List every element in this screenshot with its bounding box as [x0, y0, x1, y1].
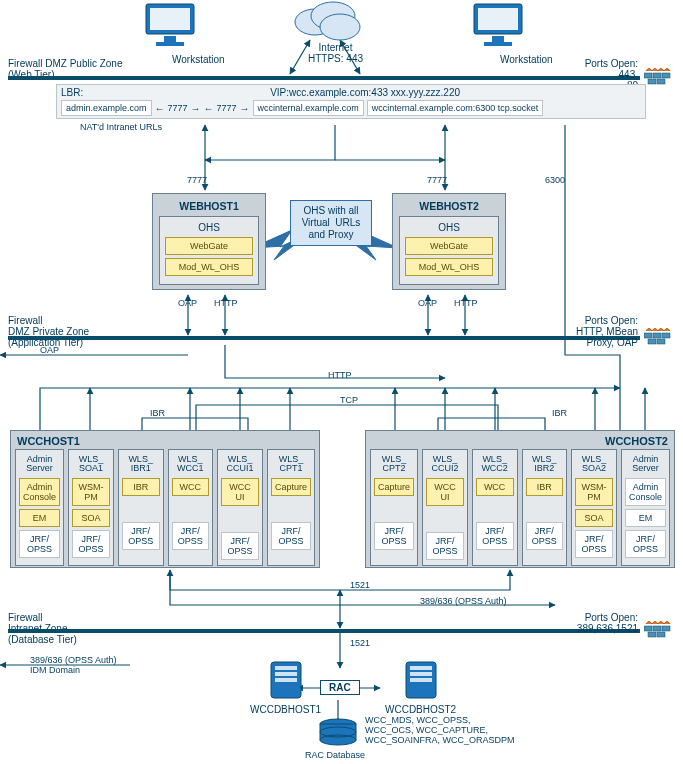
svg-rect-25 — [662, 626, 670, 631]
proto-http2: HTTP — [454, 298, 478, 308]
db-schemas: WCC_MDS, WCC_OPSS, WCC_OCS, WCC_CAPTURE,… — [365, 715, 515, 745]
col-title: Admin Server — [625, 453, 666, 475]
proto-oap2: OAP — [418, 298, 437, 308]
workstation-left-label: Workstation — [172, 54, 225, 65]
fw2-ibr-r: IBR — [552, 408, 567, 418]
svg-rect-13 — [644, 73, 652, 78]
col-title: WLS_ SOA2 — [575, 453, 613, 475]
component-chip: JRF/ OPSS — [122, 522, 160, 550]
component-chip: JRF/ OPSS — [374, 522, 414, 550]
dbhost1: WCCDBHOST1 — [250, 660, 321, 715]
fw3-right-label: Ports Open: 389,636,1521 — [568, 612, 638, 634]
svg-rect-21 — [648, 339, 656, 344]
managed-server-col: WLS_ CPT2CaptureJRF/ OPSS — [370, 449, 418, 566]
svg-rect-5 — [156, 42, 184, 46]
component-chip: JRF/ OPSS — [172, 522, 210, 550]
lbr-url-internal: wccinternal.example.com — [253, 100, 364, 116]
svg-rect-30 — [275, 672, 297, 676]
col-title: WLS_ SOA1 — [72, 453, 110, 475]
webhost2-webgate: WebGate — [405, 237, 493, 255]
svg-rect-31 — [275, 678, 297, 682]
idm-label: 389/636 (OPSS Auth) IDM Domain — [30, 655, 117, 675]
lbr-box: LBR: VIP:wcc.example.com:433 xxx.yyy.zzz… — [56, 84, 646, 119]
managed-server-col: WLS_ IBR1IBRJRF/ OPSS — [118, 449, 164, 566]
lbr-vip: VIP:wcc.example.com:433 xxx.yyy.zzz.220 — [89, 87, 641, 98]
managed-server-col: WLS_ CCUI2WCC UIJRF/ OPSS — [422, 449, 468, 566]
webhost2-title: WEBHOST2 — [399, 200, 499, 212]
wcchost1-title: WCCHOST1 — [17, 435, 80, 447]
col-title: WLS_ WCC1 — [172, 453, 210, 475]
port-1521-mid: 1521 — [350, 580, 370, 590]
col-title: Admin Server — [19, 453, 60, 475]
wcchost1: WCCHOST1 Admin ServerAdmin ConsoleEMJRF/… — [10, 430, 320, 568]
webhost1-ohs: OHS WebGate Mod_WL_OHS — [159, 216, 259, 285]
component-chip: IBR — [526, 478, 564, 496]
component-chip: JRF/ OPSS — [72, 530, 110, 558]
lbr-url-socket: wccinternal.example.com:6300 tcp.socket — [367, 100, 544, 116]
workstation-left-icon — [142, 2, 198, 50]
lbr-prefix: LBR: — [61, 87, 83, 98]
svg-point-12 — [320, 14, 360, 40]
dbhost2-label: WCCDBHOST2 — [385, 704, 456, 715]
fw2-right-label: Ports Open: HTTP, MBean Proxy, OAP — [573, 315, 638, 348]
lbr-port-7777-a: 7777 — [168, 103, 188, 113]
lbr-nat-label: NAT'd Intranet URLs — [80, 122, 162, 132]
svg-rect-26 — [648, 632, 656, 637]
component-chip: Admin Console — [19, 478, 60, 506]
component-chip: JRF/ OPSS — [575, 530, 613, 558]
svg-rect-19 — [653, 333, 661, 338]
port-6300: 6300 — [545, 175, 565, 185]
managed-server-col: WLS_ CPT1CaptureJRF/ OPSS — [267, 449, 315, 566]
port-1521-bottom: 1521 — [350, 638, 370, 648]
svg-rect-17 — [657, 79, 665, 84]
component-chip: EM — [625, 509, 666, 527]
svg-rect-15 — [662, 73, 670, 78]
webhost1-title: WEBHOST1 — [159, 200, 259, 212]
internet-cloud-icon — [285, 0, 365, 47]
webhost1-mod: Mod_WL_OHS — [165, 258, 253, 276]
proto-oap1: OAP — [178, 298, 197, 308]
component-chip: JRF/ OPSS — [426, 532, 464, 560]
managed-server-col: Admin ServerAdmin ConsoleEMJRF/ OPSS — [15, 449, 64, 566]
component-chip: WSM- PM — [575, 478, 613, 506]
svg-rect-33 — [410, 666, 432, 670]
rac-db-icon — [318, 718, 358, 750]
component-chip: WCC UI — [426, 478, 464, 506]
svg-rect-7 — [478, 8, 518, 30]
fw1-icon — [644, 65, 672, 89]
managed-server-col: WLS_ WCC2WCCJRF/ OPSS — [472, 449, 518, 566]
webhost2-mod: Mod_WL_OHS — [405, 258, 493, 276]
fw2-oap: OAP — [40, 345, 59, 355]
wcchost2: WCCHOST2 WLS_ CPT2CaptureJRF/ OPSSWLS_ C… — [365, 430, 675, 568]
proto-http1: HTTP — [214, 298, 238, 308]
wcchost2-title: WCCHOST2 — [605, 435, 668, 447]
component-chip: JRF/ OPSS — [19, 530, 60, 558]
managed-server-col: WLS_ WCC1WCCJRF/ OPSS — [168, 449, 214, 566]
svg-rect-24 — [653, 626, 661, 631]
managed-server-col: WLS_ CCUI1WCC UIJRF/ OPSS — [217, 449, 263, 566]
fw2-ibr-l: IBR — [150, 408, 165, 418]
webhost2: WEBHOST2 OHS WebGate Mod_WL_OHS — [392, 193, 506, 290]
fw3-bar — [8, 629, 640, 633]
fw1-bar — [8, 76, 640, 80]
server-icon — [400, 660, 442, 702]
fw2-tcp: TCP — [340, 395, 358, 405]
svg-rect-34 — [410, 672, 432, 676]
component-chip: Admin Console — [625, 478, 666, 506]
component-chip: Capture — [271, 478, 311, 496]
component-chip: JRF/ OPSS — [476, 522, 514, 550]
lbr-port-7777-b: 7777 — [217, 103, 237, 113]
fw3-icon — [644, 618, 672, 642]
server-icon — [265, 660, 307, 702]
port-7777-left: 7777 — [187, 175, 207, 185]
component-chip: WSM- PM — [72, 478, 110, 506]
managed-server-col: WLS_ SOA2WSM- PMSOAJRF/ OPSS — [571, 449, 617, 566]
internet-label: Internet HTTPS: 443 — [308, 42, 363, 64]
webhost1-webgate: WebGate — [165, 237, 253, 255]
svg-rect-18 — [644, 333, 652, 338]
svg-rect-4 — [164, 36, 176, 42]
component-chip: WCC UI — [221, 478, 259, 506]
internet-protocol: HTTPS: 443 — [308, 53, 363, 64]
port-7777-right: 7777 — [427, 175, 447, 185]
workstation-right-label: Workstation — [500, 54, 553, 65]
